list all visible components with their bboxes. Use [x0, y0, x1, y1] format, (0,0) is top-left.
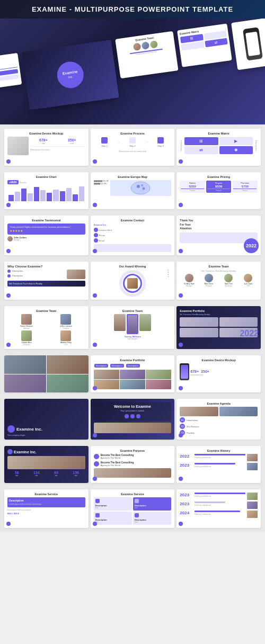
- team-avatar-2: [205, 274, 213, 282]
- slide-row-4: Why Choose Examine? Description Descript…: [2, 260, 263, 302]
- service-item-2: Description Text: [133, 497, 171, 511]
- team-list-avatar-2: [60, 314, 71, 325]
- contact-email: Email: [94, 238, 172, 243]
- slide-row-9: Examine Service Description Lorem ipsum …: [2, 487, 263, 530]
- slide-accent-dot: [93, 249, 97, 253]
- slide-accent-dot: [6, 522, 11, 526]
- phone-mockup: [180, 363, 189, 380]
- award-inner-ring: [123, 274, 142, 293]
- slide-accent-dot: [179, 386, 183, 390]
- slide-accent-dot: [93, 159, 97, 164]
- slide-accent-dot: [93, 386, 97, 390]
- svg-point-1: [137, 185, 140, 188]
- slide-device-mockup-2: Examine Device Mockup 678+ 350+: [176, 355, 261, 392]
- slide-accent-dot: [179, 249, 183, 253]
- location-icon: [94, 228, 98, 232]
- europe-map-visual: [110, 180, 172, 196]
- slide-accent-dot: [179, 203, 183, 207]
- slide-service-1: Examine Service Description Lorem ipsum …: [4, 489, 89, 528]
- agenda-item-2: 02 Our Services: [180, 424, 258, 429]
- slide-accent-dot: [6, 343, 11, 347]
- testimonial-box: "Great product! Highly recommended for b…: [7, 223, 85, 235]
- slide-inc-stats: Examine Inc. 58 stat 134 stat 89 stat 15…: [4, 446, 89, 483]
- slide-accent-dot: [6, 293, 11, 298]
- process-step-2: Step 2: [122, 137, 144, 147]
- team-featured-1: [114, 314, 126, 331]
- header-title: EXAMINE - MULTIPURPOSE POWERPOINT TEMPLA…: [32, 5, 233, 13]
- team-list-avatar-1: [21, 314, 32, 325]
- hero-team-slide: Examine Team: [115, 31, 178, 79]
- inc-stats-logo: Examine Inc.: [14, 450, 37, 454]
- slide-accent-dot: [179, 293, 183, 298]
- service-item-4: Description Text: [133, 512, 171, 525]
- slide-welcome: Welcome to Examine Your presentation sub…: [91, 399, 175, 440]
- inc-stats-photo: [7, 456, 85, 469]
- chart-badge: +982K: [7, 180, 19, 184]
- slide-device-mockup: Examine Device Mockup 678+ stat 350+ sta…: [4, 129, 89, 166]
- service-item-3: Description Text: [94, 512, 132, 525]
- portfolio-light-grid: [94, 370, 172, 389]
- inc-logo-text: Examine Inc.: [16, 427, 42, 432]
- slide-row-6: Examine Portfolio Description Descriptio…: [2, 353, 263, 395]
- price-3: Premium $759 Feature: [232, 181, 258, 193]
- svg-point-2: [141, 184, 143, 186]
- slide-inc-hero: Examine Inc. Your company slogan: [4, 399, 89, 440]
- slide-accent-dot: [179, 522, 183, 526]
- agenda-photo-1: [180, 407, 218, 416]
- slide-accent-dot: [179, 477, 183, 481]
- history-2023: 2023 History milestone: [180, 463, 258, 470]
- svg-point-3: [143, 187, 145, 190]
- slide-team-featured: Examine Team Tommy Williams Lead Designe…: [91, 306, 175, 349]
- slide-accent-dot: [93, 477, 97, 481]
- team-list-1: Karen Gleason Manager: [7, 314, 46, 329]
- slide-history: Examine History 2022 History milestone 2…: [176, 446, 261, 483]
- process-step-3: Step 3: [149, 137, 171, 147]
- purpose-2: Become The Best Consulting Agency In The…: [94, 461, 172, 467]
- slide-pricing: Examine Pricing Starter $359 Feature Reg…: [176, 172, 261, 209]
- slide-testimonial: Examine Testimonial "Great product! High…: [4, 216, 89, 255]
- inc-stat-4: 156 stat: [67, 471, 85, 477]
- thankyou-text: Thank YouFor YourAttention: [180, 219, 258, 231]
- hero-tags: [0, 69, 19, 84]
- agenda-item-1: 01 Introduction: [180, 417, 258, 423]
- collage-photo-2: [47, 355, 89, 374]
- chart-bars: [7, 185, 85, 201]
- contact-location: Location here: [94, 228, 172, 232]
- slide-accent-dot: [93, 343, 97, 347]
- slide-accent-dot: [93, 203, 97, 207]
- purpose-1: Become The Best Consulting Agency In The…: [94, 454, 172, 460]
- team-members-row: Vo Amy Kate Manager Max Dixon Designer S…: [180, 274, 258, 287]
- slide-portfolio-light: Examine Portfolio Description Descriptio…: [91, 355, 175, 392]
- slide-chart: Examine Chart +982K Growth: [4, 172, 89, 209]
- service-item-1: Description Text: [94, 497, 132, 511]
- slide-row-2: Examine Chart +982K Growth: [2, 170, 263, 211]
- team-avatar-4: [244, 274, 252, 282]
- slide-purpose: Examine Purpose Become The Best Consulti…: [91, 446, 175, 483]
- team-featured-3: [139, 314, 151, 331]
- slide-accent-dot: [179, 159, 183, 164]
- team-featured-2: [127, 314, 138, 334]
- history2-2023b: 2023 History milestone: [180, 502, 258, 509]
- why-choose-title: Why Choose Examine?: [7, 265, 85, 268]
- award-photo: [127, 278, 138, 289]
- team-list-avatar-3: [21, 330, 32, 341]
- slide-agenda: Examine Agenda 01 Introduction 02 Our Se…: [176, 399, 261, 440]
- inc-stat-1: 58 stat: [7, 471, 26, 477]
- award-outer-ring: [119, 270, 146, 297]
- contact-phone: Phone: [94, 233, 172, 237]
- slide-history-2: 2023 History milestone 2023 History mile…: [176, 489, 261, 528]
- page-header: EXAMINE - MULTIPURPOSE POWERPOINT TEMPLA…: [0, 0, 265, 19]
- slide-accent-dot: [179, 433, 183, 437]
- team-list-4: Martha Philip CEO: [47, 330, 85, 346]
- team-member-2: Max Dixon Designer: [200, 274, 218, 287]
- slide-accent-dot: [93, 522, 97, 526]
- slide-award: Our Award Winning ● ● ● ●: [91, 262, 175, 300]
- slide-portfolio-dark: Examine Portfolio We Transform Real Amaz…: [176, 306, 261, 349]
- slide-accent-dot: [93, 293, 97, 298]
- email-icon: [94, 238, 98, 243]
- hero-slides-container: folio 678 134 89 156: [0, 19, 265, 117]
- slide-contact: Examine Contact Examine Inc. Location he…: [91, 216, 175, 255]
- team-avatar-3: [224, 274, 233, 282]
- slide-accent-dot: [6, 203, 11, 207]
- phone-icon: [94, 233, 98, 237]
